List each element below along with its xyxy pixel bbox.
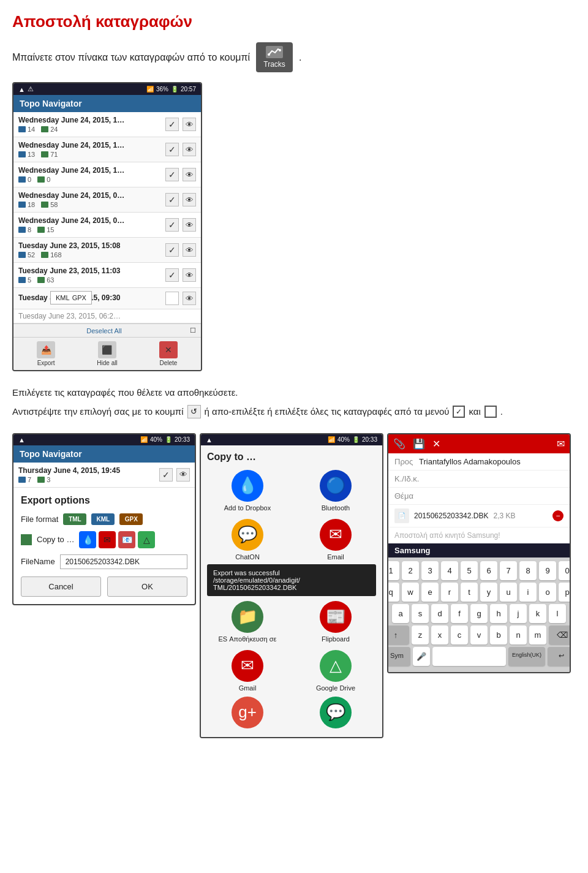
check-icon[interactable]: ✓ bbox=[165, 143, 179, 156]
key-2[interactable]: 2 bbox=[402, 561, 419, 580]
eye-icon[interactable]: 👁 bbox=[183, 118, 196, 131]
delete-btn[interactable]: ✕ Delete bbox=[159, 341, 178, 366]
eye-icon[interactable]: 👁 bbox=[183, 168, 196, 181]
eye-icon[interactable]: 👁 bbox=[183, 292, 196, 305]
key-u[interactable]: u bbox=[500, 583, 517, 602]
key-r[interactable]: r bbox=[441, 583, 458, 602]
sym-key[interactable]: Sym bbox=[387, 647, 410, 666]
key-w[interactable]: w bbox=[402, 583, 419, 602]
eye-icon[interactable]: 👁 bbox=[183, 218, 196, 232]
key-o[interactable]: o bbox=[539, 583, 556, 602]
key-f[interactable]: f bbox=[451, 604, 468, 623]
filename-input[interactable] bbox=[60, 554, 187, 569]
desc1: Επιλέγετε τις καταγραφές που θέλετε να α… bbox=[12, 386, 576, 400]
chaton-circle: 💬 bbox=[232, 519, 263, 551]
hide-all-btn[interactable]: ⬛ Hide all bbox=[97, 341, 117, 366]
key-8[interactable]: 8 bbox=[519, 561, 537, 580]
deselect-all-btn[interactable]: Deselect All bbox=[86, 327, 121, 334]
key-4[interactable]: 4 bbox=[441, 561, 458, 580]
copyto-chaton[interactable]: 💬 ChatON bbox=[207, 519, 288, 561]
key-s[interactable]: s bbox=[412, 604, 429, 623]
tracks-button[interactable]: Tracks bbox=[256, 42, 293, 72]
key-k[interactable]: k bbox=[529, 604, 546, 623]
warning-icon: ⚠ bbox=[28, 85, 34, 93]
check-icon[interactable]: ✓ bbox=[165, 268, 179, 282]
copyto-dropbox[interactable]: 💧 Add to Dropbox bbox=[207, 470, 288, 512]
intro-text: Μπαίνετε στον πίνακα των καταγραφών από … bbox=[12, 52, 250, 63]
tml-btn[interactable]: TML bbox=[63, 513, 86, 525]
key-d[interactable]: d bbox=[431, 604, 448, 623]
check-icon[interactable]: ✓ bbox=[165, 118, 179, 131]
close-icon[interactable]: ✕ bbox=[432, 438, 440, 450]
key-y[interactable]: y bbox=[480, 583, 497, 602]
key-9[interactable]: 9 bbox=[539, 561, 556, 580]
copyto-email[interactable]: ✉ Email bbox=[295, 519, 376, 561]
copyto-title: Copy to … bbox=[207, 452, 376, 463]
check-icon[interactable]: ✓ bbox=[159, 468, 173, 482]
key-7[interactable]: 7 bbox=[500, 561, 517, 580]
hangouts-circle: 💬 bbox=[320, 697, 352, 728]
save-icon[interactable]: 💾 bbox=[413, 438, 425, 450]
lang-key[interactable]: English(UK) bbox=[508, 647, 545, 666]
attach-icon[interactable]: 📎 bbox=[393, 438, 405, 450]
backspace-key[interactable]: ⌫ bbox=[549, 625, 571, 644]
kml-btn[interactable]: KML bbox=[91, 513, 115, 525]
key-m[interactable]: m bbox=[529, 625, 546, 644]
key-e[interactable]: e bbox=[421, 583, 439, 602]
qwerty-row: q w e r t y u i o p bbox=[392, 583, 566, 602]
space-key[interactable] bbox=[432, 647, 506, 666]
key-3[interactable]: 3 bbox=[421, 561, 439, 580]
cancel-button[interactable]: Cancel bbox=[21, 576, 101, 597]
eye-icon[interactable]: 👁 bbox=[176, 468, 190, 482]
send-icon[interactable]: ✉ bbox=[557, 438, 565, 450]
attachment-remove-btn[interactable]: − bbox=[552, 510, 564, 521]
gplus-circle: g+ bbox=[232, 697, 263, 728]
key-n[interactable]: n bbox=[510, 625, 527, 644]
key-j[interactable]: j bbox=[510, 604, 527, 623]
copy-checkbox[interactable] bbox=[21, 534, 32, 545]
copyto-bluetooth[interactable]: 🔵 Bluetooth bbox=[295, 470, 376, 512]
check-icon[interactable]: ✓ bbox=[165, 218, 179, 232]
key-5[interactable]: 5 bbox=[461, 561, 478, 580]
key-z[interactable]: z bbox=[412, 625, 429, 644]
copyto-flipboard[interactable]: 📰 Flipboard bbox=[295, 601, 376, 643]
key-g[interactable]: g bbox=[470, 604, 488, 623]
check-icon[interactable]: ✓ bbox=[165, 193, 179, 206]
dropbox-icon: 💧 bbox=[79, 531, 96, 548]
key-p[interactable]: p bbox=[559, 583, 571, 602]
key-c[interactable]: c bbox=[451, 625, 468, 644]
key-b[interactable]: b bbox=[490, 625, 507, 644]
key-i[interactable]: i bbox=[519, 583, 537, 602]
eye-icon[interactable]: 👁 bbox=[183, 193, 196, 206]
check-icon[interactable] bbox=[165, 292, 179, 305]
key-1[interactable]: 1 bbox=[387, 561, 399, 580]
asdf-row: a s d f g h j k l bbox=[392, 604, 566, 623]
key-a[interactable]: a bbox=[392, 604, 409, 623]
copyto-gmail[interactable]: ✉ Gmail bbox=[207, 650, 288, 692]
shift-key[interactable]: ↑ bbox=[387, 625, 409, 644]
key-q[interactable]: q bbox=[387, 583, 399, 602]
gpx-btn[interactable]: GPX bbox=[119, 513, 143, 525]
check-icon[interactable]: ✓ bbox=[165, 168, 179, 181]
key-v[interactable]: v bbox=[470, 625, 488, 644]
svg-point-0 bbox=[268, 53, 270, 56]
enter-key[interactable]: ↩ bbox=[548, 647, 571, 666]
export-btn[interactable]: 📤 Export bbox=[37, 341, 55, 366]
eye-icon[interactable]: 👁 bbox=[183, 143, 196, 156]
eye-icon[interactable]: 👁 bbox=[183, 243, 196, 257]
key-t[interactable]: t bbox=[461, 583, 478, 602]
key-x[interactable]: x bbox=[431, 625, 448, 644]
copyto-es[interactable]: 📁 ES Αποθήκευση σε bbox=[207, 601, 288, 643]
mic-key[interactable]: 🎤 bbox=[413, 647, 430, 666]
key-0[interactable]: 0 bbox=[559, 561, 571, 580]
copyto-gdrive[interactable]: △ Google Drive bbox=[295, 650, 376, 692]
key-l[interactable]: l bbox=[549, 604, 566, 623]
eye-icon[interactable]: 👁 bbox=[183, 268, 196, 282]
key-h[interactable]: h bbox=[490, 604, 507, 623]
intro-line: Μπαίνετε στον πίνακα των καταγραφών από … bbox=[12, 42, 576, 72]
key-6[interactable]: 6 bbox=[480, 561, 497, 580]
copyto-hangouts[interactable]: 💬 bbox=[295, 697, 376, 731]
ok-button[interactable]: OK bbox=[107, 576, 187, 597]
check-icon[interactable]: ✓ bbox=[165, 243, 179, 257]
copyto-gplus[interactable]: g+ bbox=[207, 697, 288, 731]
